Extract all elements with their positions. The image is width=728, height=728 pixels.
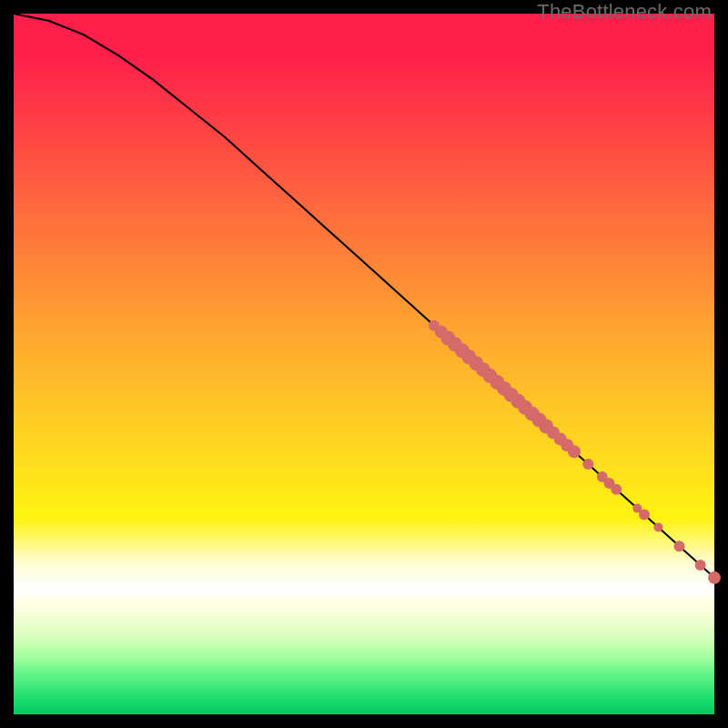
bottleneck-curve bbox=[14, 14, 714, 578]
chart-overlay-svg bbox=[14, 14, 714, 714]
data-point bbox=[695, 560, 706, 571]
data-point bbox=[582, 459, 593, 470]
data-point bbox=[674, 541, 685, 551]
data-point bbox=[611, 484, 622, 495]
watermark-text: TheBottleneck.com bbox=[537, 0, 712, 24]
chart-stage: TheBottleneck.com bbox=[0, 0, 728, 728]
data-point bbox=[708, 571, 721, 584]
data-point bbox=[653, 522, 662, 531]
highlight-cluster bbox=[429, 320, 721, 584]
data-point bbox=[639, 510, 650, 521]
data-point bbox=[568, 445, 581, 458]
